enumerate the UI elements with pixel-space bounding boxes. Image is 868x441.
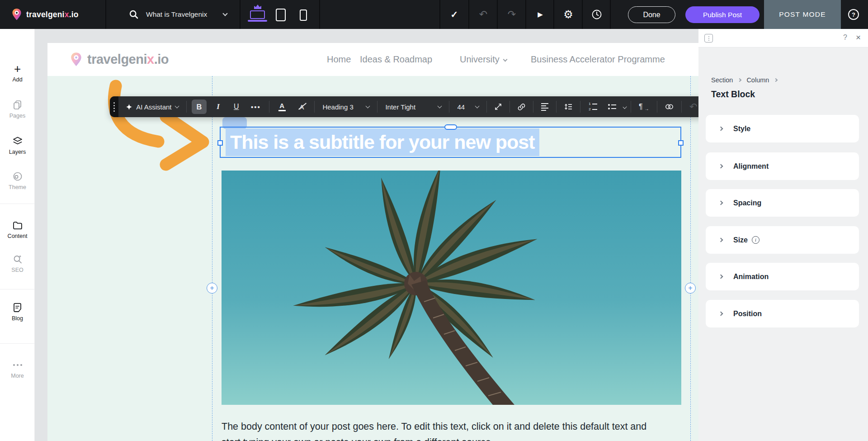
desktop-device-button-base [248, 20, 267, 22]
sidebar-divider [0, 289, 35, 289]
inspector-section-animation[interactable]: Animation [706, 263, 859, 290]
ai-assistant-menu[interactable]: AI Assistant [123, 100, 181, 114]
more-dots-icon [0, 360, 35, 370]
sidebar-item-content[interactable]: Content [0, 220, 35, 239]
sidebar-divider [0, 343, 35, 344]
text-style-select[interactable]: Heading 3 [320, 100, 372, 114]
inspector-section-style[interactable]: Style [706, 115, 859, 142]
insert-link-button[interactable] [515, 100, 528, 114]
done-button[interactable]: Done [628, 6, 675, 23]
selection-right-handle[interactable] [678, 140, 684, 146]
numbered-list-button[interactable]: 1 2 [585, 100, 600, 114]
toolbar-separator [556, 101, 557, 113]
info-icon[interactable]: i [752, 236, 760, 244]
chevron-right-icon [719, 164, 723, 169]
undo-button[interactable]: ↶ [469, 0, 497, 29]
tablet-device-button[interactable] [276, 9, 286, 21]
unlink-button[interactable] [662, 100, 676, 114]
inspector-section-alignment[interactable]: Alignment [706, 152, 859, 180]
column-guide-right [690, 76, 691, 441]
folder-icon [0, 220, 35, 231]
preview-play-button[interactable]: ▶ [526, 0, 554, 29]
sidebar-item-theme[interactable]: Theme [0, 171, 35, 190]
toolbar-separator [533, 101, 533, 113]
panel-help-button[interactable]: ? [843, 33, 847, 42]
app-logo-text: travelgenix.io [26, 10, 79, 19]
site-nav-ideas-roadmap[interactable]: Ideas & Roadmap [360, 43, 432, 76]
bold-button[interactable]: B [192, 100, 207, 114]
more-formats-button[interactable]: ••• [248, 100, 264, 114]
editor-window: travelgenix.io What is Travelgenix ✓ ↶ ↷… [0, 0, 868, 441]
chevron-down-icon [366, 104, 370, 109]
site-nav-university[interactable]: University [460, 43, 507, 76]
text-align-button[interactable] [538, 100, 551, 114]
text-format-toolbar: AI Assistant B I U ••• A A Heading 3 Int… [110, 96, 745, 117]
sidebar-item-add[interactable]: + Add [0, 63, 35, 83]
selection-top-handle[interactable] [444, 124, 457, 130]
post-subtitle-heading[interactable]: This is a subtitle for your new post [226, 128, 539, 156]
list-options-chevron-icon[interactable] [623, 104, 627, 109]
text-color-button[interactable]: A [274, 100, 290, 114]
bullet-list-button[interactable] [604, 100, 619, 114]
toolbar-separator [269, 101, 269, 113]
underline-button[interactable]: U [230, 100, 243, 114]
inspector-section-position[interactable]: Position [706, 300, 859, 327]
add-column-left-button[interactable]: + [207, 283, 217, 294]
add-column-right-button[interactable]: + [685, 283, 696, 294]
sidebar-item-layers[interactable]: Layers [0, 136, 35, 155]
toolbar-separator [657, 101, 657, 113]
desktop-device-button[interactable] [250, 10, 265, 19]
font-size-select[interactable]: 44 [454, 100, 481, 114]
palm-tree-photo [222, 171, 681, 405]
help-button[interactable]: ? [848, 9, 859, 20]
publish-post-button[interactable]: Publish Post [685, 6, 760, 23]
chevron-right-icon [719, 312, 723, 316]
line-height-icon [564, 103, 572, 110]
clear-formatting-button[interactable]: A [294, 100, 310, 114]
redo-button[interactable]: ↷ [498, 0, 526, 29]
chain-rings-icon [665, 104, 674, 110]
inspector-section-spacing[interactable]: Spacing [706, 189, 859, 217]
mobile-device-button[interactable] [300, 9, 307, 21]
sidebar-item-seo[interactable]: SEO [0, 254, 35, 273]
site-nav-home[interactable]: Home [327, 43, 351, 76]
breadcrumb-column[interactable]: Column [746, 76, 769, 84]
page-search-input[interactable]: What is Travelgenix [146, 0, 207, 29]
toolbar-drag-handle[interactable] [110, 96, 118, 117]
selection-left-handle[interactable] [217, 140, 223, 146]
nav-chevron-down-icon [503, 57, 507, 62]
history-clock-button[interactable] [583, 0, 611, 29]
site-nav-business-accelerator[interactable]: Business Accelerator Programme [531, 43, 665, 76]
search-chevron-down-icon[interactable] [222, 11, 227, 16]
chevron-right-icon [719, 275, 723, 279]
italic-button[interactable]: I [211, 100, 225, 114]
save-check-button[interactable]: ✓ [440, 0, 468, 29]
site-logo-pin-icon [70, 52, 82, 67]
text-direction-button[interactable]: ¶→ [636, 100, 652, 114]
toolbar-divider [105, 0, 106, 29]
text-block-selection[interactable]: This is a subtitle for your new post [220, 127, 681, 158]
sidebar-item-pages[interactable]: Pages [0, 100, 35, 119]
font-family-select[interactable]: Inter Tight [382, 100, 444, 114]
expand-arrows-icon [495, 103, 502, 110]
sidebar-item-more[interactable]: More [0, 360, 35, 379]
post-body-text[interactable]: The body content of your post goes here.… [222, 419, 678, 441]
search-icon [129, 10, 138, 19]
panel-close-button[interactable]: × [856, 33, 861, 43]
panel-dock-icon[interactable] [704, 34, 713, 43]
toolbar-separator [631, 101, 631, 113]
chevron-down-icon [475, 104, 480, 109]
settings-gear-button[interactable]: ⚙ [554, 0, 582, 29]
chevron-down-icon [438, 104, 442, 109]
post-hero-image[interactable] [222, 171, 681, 405]
letter-spacing-button[interactable] [492, 100, 505, 114]
toolbar-separator [509, 101, 510, 113]
app-logo-pin-icon [12, 8, 22, 21]
crown-icon [254, 5, 261, 9]
left-sidebar: + Add Pages Layers Theme Content [0, 29, 35, 441]
breadcrumb-section[interactable]: Section [711, 76, 733, 84]
sidebar-item-blog[interactable]: Blog [0, 302, 35, 322]
inspector-section-size[interactable]: Size i [706, 226, 859, 254]
toolbar-divider [610, 0, 611, 29]
line-height-button[interactable] [561, 100, 575, 114]
